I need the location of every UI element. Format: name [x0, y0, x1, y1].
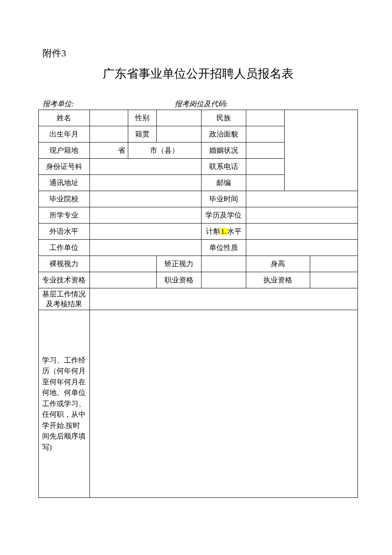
- gradtime-value[interactable]: [246, 191, 357, 207]
- height-value[interactable]: [310, 256, 357, 272]
- political-label: 政治面貌: [201, 126, 246, 142]
- exam-position-label: 报考岗位及代码:: [175, 100, 228, 108]
- grassroots-label: 基层工作情况及考核结果: [39, 288, 90, 310]
- school-value[interactable]: [89, 191, 201, 207]
- native-value[interactable]: [157, 126, 202, 142]
- exam-unit-label: 报考单位:: [43, 100, 74, 108]
- zip-label: 邮编: [201, 175, 246, 191]
- addr-value[interactable]: [89, 175, 201, 191]
- birth-value[interactable]: [89, 126, 128, 142]
- corrected-value[interactable]: [201, 256, 246, 272]
- addr-label: 通讯地址: [39, 175, 90, 191]
- photo-area[interactable]: [284, 110, 357, 191]
- grassroots-value[interactable]: [89, 288, 357, 310]
- foreign-value[interactable]: [89, 224, 201, 240]
- header-row: 报考单位: 报考岗位及代码:: [38, 99, 358, 109]
- attachment-label: 附件3: [43, 47, 358, 60]
- corrected-label: 矫正视力: [157, 256, 202, 272]
- phone-value[interactable]: [246, 159, 284, 175]
- major-value[interactable]: [89, 207, 201, 224]
- computer-value[interactable]: [246, 224, 357, 240]
- vocation-label: 职业资格: [157, 272, 202, 288]
- name-value[interactable]: [89, 110, 128, 126]
- phone-label: 联系电话: [201, 159, 246, 175]
- experience-value[interactable]: [89, 310, 357, 498]
- gender-value[interactable]: [157, 110, 202, 126]
- height-label: 身高: [246, 256, 310, 272]
- unittype-label: 单位性质: [201, 240, 246, 256]
- workunit-value[interactable]: [89, 240, 201, 256]
- native-label: 籍贯: [128, 126, 156, 142]
- huji-label: 现户籍地: [39, 142, 90, 159]
- name-label: 姓名: [39, 110, 90, 126]
- foreign-label: 外语水平: [39, 224, 90, 240]
- ethnicity-value[interactable]: [246, 110, 284, 126]
- highlight-1: 1.: [220, 228, 228, 235]
- unittype-value[interactable]: [246, 240, 357, 256]
- naked-value[interactable]: [89, 256, 156, 272]
- form-title: 广东省事业单位公开招聘人员报名表: [38, 66, 358, 82]
- zip-value[interactable]: [246, 175, 284, 191]
- political-value[interactable]: [246, 126, 284, 142]
- protech-value[interactable]: [89, 272, 156, 288]
- gradtime-label: 毕业时间: [201, 191, 246, 207]
- protech-label: 专业技术资格: [39, 272, 90, 288]
- registration-form-table: 姓名 性别 民族 出生年月 籍贯 政治面貌 现户籍地 省 市（县） 婚姻状况 身…: [38, 110, 358, 498]
- practice-label: 执业资格: [246, 272, 310, 288]
- school-label: 毕业院校: [39, 191, 90, 207]
- major-label: 所学专业: [39, 207, 90, 224]
- birth-label: 出生年月: [39, 126, 90, 142]
- ethnicity-label: 民族: [201, 110, 246, 126]
- practice-value[interactable]: [310, 272, 357, 288]
- marital-label: 婚姻状况: [201, 142, 246, 159]
- id-value[interactable]: [89, 159, 201, 175]
- computer-label: 计斛1.水平: [201, 224, 246, 240]
- vocation-value[interactable]: [201, 272, 246, 288]
- city-cell[interactable]: 市（县）: [128, 142, 201, 159]
- degree-label: 学历及学位: [201, 207, 246, 224]
- workunit-label: 工作单位: [39, 240, 90, 256]
- gender-label: 性别: [128, 110, 156, 126]
- naked-label: 裸视视力: [39, 256, 90, 272]
- degree-value[interactable]: [246, 207, 357, 224]
- marital-value[interactable]: [246, 142, 284, 159]
- id-label: 身份证号科: [39, 159, 90, 175]
- experience-label: 学习、工作经历（何年何月至何年何月在何地、何单位工作或学习、任何职，从中学开始.…: [39, 310, 90, 498]
- province-cell[interactable]: 省: [89, 142, 128, 159]
